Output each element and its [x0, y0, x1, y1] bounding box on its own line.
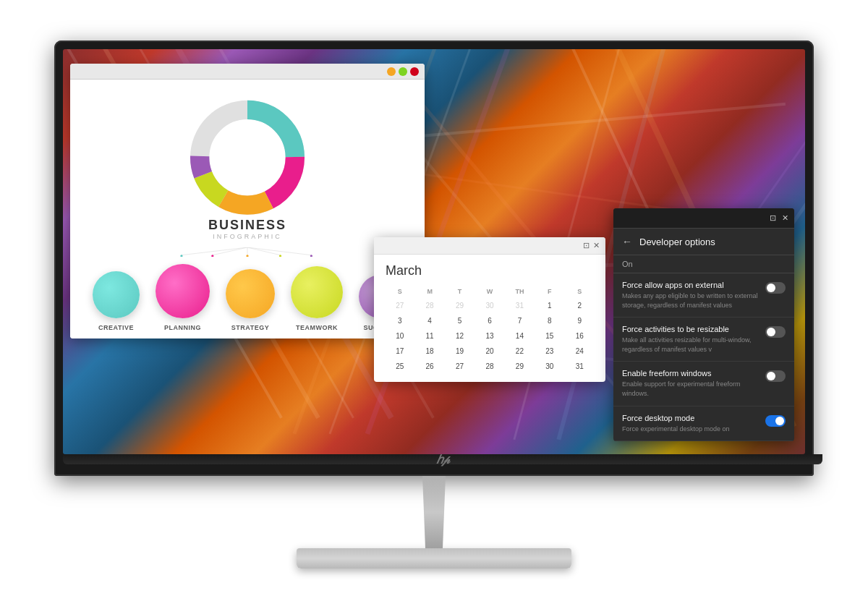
svg-line-11 [247, 247, 311, 255]
bubble-creative: CREATIVE [93, 271, 140, 331]
monitor-bezel: BUSINESS INFOGRAPHIC [54, 41, 814, 476]
dev-option-3-text: Enable freeform windows Enable support f… [622, 369, 760, 398]
minimize-button[interactable] [387, 67, 396, 76]
monitor-screen: BUSINESS INFOGRAPHIC [63, 49, 805, 454]
bubble-circle-creative [93, 271, 140, 318]
dev-option-1-title: Force allow apps on external [622, 281, 760, 289]
dev-option-4-title: Force desktop mode [622, 414, 760, 422]
dev-option-1-text: Force allow apps on external Makes any a… [622, 281, 760, 310]
cal-day-20[interactable]: 20 [475, 344, 503, 358]
connector-lines [95, 247, 399, 257]
cal-day-8[interactable]: 8 [535, 314, 563, 328]
svg-point-13 [211, 255, 213, 257]
cal-day-18[interactable]: 18 [415, 344, 443, 358]
cal-day-31[interactable]: 31 [566, 359, 594, 373]
cal-day-27[interactable]: 27 [446, 359, 474, 373]
cal-day-30[interactable]: 30 [535, 359, 563, 373]
cal-day-28[interactable]: 28 [475, 359, 503, 373]
cal-day-17[interactable]: 17 [386, 344, 414, 358]
dev-header: ← Developer options [613, 229, 794, 255]
svg-point-14 [246, 255, 248, 257]
cal-header-th: TH [506, 286, 534, 297]
dev-toggle-1[interactable] [765, 282, 786, 294]
cal-day-5[interactable]: 5 [446, 314, 474, 328]
cal-day-9[interactable]: 9 [566, 314, 594, 328]
cal-header-t: T [446, 286, 474, 297]
cal-day-6[interactable]: 6 [475, 314, 503, 328]
cal-day-prev-29[interactable]: 29 [446, 299, 474, 312]
cal-close-icon[interactable]: ✕ [593, 241, 600, 250]
donut-chart [92, 94, 403, 221]
business-title: BUSINESS [208, 218, 286, 233]
dev-toggle-4[interactable] [765, 415, 786, 427]
dev-option-2: Force activities to be resizable Make al… [613, 318, 794, 362]
calendar-month: March [386, 263, 594, 278]
cal-day-25[interactable]: 25 [386, 359, 414, 373]
monitor-wrapper: BUSINESS INFOGRAPHIC [36, 41, 832, 568]
dev-resize-icon[interactable]: ⊡ [770, 213, 776, 223]
bubble-label-teamwork: TEAMWORK [296, 324, 338, 331]
cal-day-3[interactable]: 3 [386, 314, 414, 328]
svg-line-10 [247, 247, 281, 255]
cal-day-23[interactable]: 23 [535, 344, 563, 358]
hp-logo: ℎ𝓅 [436, 453, 449, 467]
cal-day-29[interactable]: 29 [506, 359, 534, 373]
cal-day-15[interactable]: 15 [535, 329, 563, 343]
dev-close-icon[interactable]: ✕ [782, 213, 788, 223]
cal-day-19[interactable]: 19 [446, 344, 474, 358]
cal-header-m: M [415, 286, 443, 297]
calendar-grid: S M T W TH F S 27 28 29 30 31 1 [386, 286, 594, 373]
cal-day-11[interactable]: 11 [415, 329, 443, 343]
svg-line-8 [213, 247, 247, 255]
cal-day-16[interactable]: 16 [566, 329, 594, 343]
bubble-planning: PLANNING [156, 264, 210, 331]
calendar-window: ⊡ ✕ March S M T W TH F S 27 [374, 237, 605, 382]
dev-toggle-2[interactable] [765, 326, 786, 338]
cal-header-f: F [535, 286, 563, 297]
dev-back-button[interactable]: ← [622, 236, 632, 247]
cal-day-prev-28[interactable]: 28 [415, 299, 443, 312]
dev-option-3-title: Enable freeform windows [622, 369, 760, 378]
cal-day-26[interactable]: 26 [415, 359, 443, 373]
cal-day-prev-30[interactable]: 30 [475, 299, 503, 312]
dev-titlebar: ⊡ ✕ [613, 208, 794, 229]
cal-day-2[interactable]: 2 [566, 299, 594, 312]
cal-day-1[interactable]: 1 [535, 299, 563, 312]
svg-point-15 [279, 255, 281, 257]
cal-resize-icon[interactable]: ⊡ [583, 241, 590, 250]
dev-option-1: Force allow apps on external Makes any a… [613, 273, 794, 318]
cal-day-14[interactable]: 14 [506, 329, 534, 343]
cal-header-s2: S [566, 286, 594, 297]
cal-day-7[interactable]: 7 [506, 314, 534, 328]
maximize-button[interactable] [399, 67, 407, 76]
cal-day-13[interactable]: 13 [475, 329, 503, 343]
dev-option-4-text: Force desktop mode Force experimental de… [622, 414, 760, 434]
monitor-bottom-bezel: ℎ𝓅 [63, 454, 822, 464]
dev-toggle-3[interactable] [765, 370, 786, 382]
infographic-content: BUSINESS INFOGRAPHIC [70, 80, 425, 338]
close-button[interactable] [410, 67, 419, 76]
cal-day-4[interactable]: 4 [415, 314, 443, 328]
bubble-circle-planning [156, 264, 210, 318]
dev-option-3: Enable freeform windows Enable support f… [613, 362, 794, 406]
monitor-stand-neck [405, 476, 463, 548]
infographic-window: BUSINESS INFOGRAPHIC [70, 64, 425, 338]
monitor-stand-base [297, 548, 571, 568]
bubble-label-creative: CREATIVE [98, 324, 134, 331]
bubbles-row: CREATIVE PLANNING STRATEGY TEAMWORK [93, 264, 402, 331]
dev-option-4: Force desktop mode Force experimental de… [613, 406, 794, 442]
cal-day-24[interactable]: 24 [566, 344, 594, 358]
cal-day-22[interactable]: 22 [506, 344, 534, 358]
dev-option-3-desc: Enable support for experimental freeform… [622, 380, 760, 398]
cal-day-prev-27[interactable]: 27 [386, 299, 414, 312]
calendar-content: March S M T W TH F S 27 28 29 [374, 255, 605, 382]
dev-option-2-title: Force activities to be resizable [622, 325, 760, 333]
bubble-circle-strategy [226, 269, 275, 318]
cal-day-prev-31[interactable]: 31 [506, 299, 534, 312]
bubble-teamwork: TEAMWORK [291, 266, 343, 331]
cal-day-12[interactable]: 12 [446, 329, 474, 343]
svg-line-7 [182, 247, 247, 255]
cal-day-10[interactable]: 10 [386, 329, 414, 343]
cal-header-w: W [475, 286, 503, 297]
bubble-label-strategy: STRATEGY [231, 324, 269, 331]
